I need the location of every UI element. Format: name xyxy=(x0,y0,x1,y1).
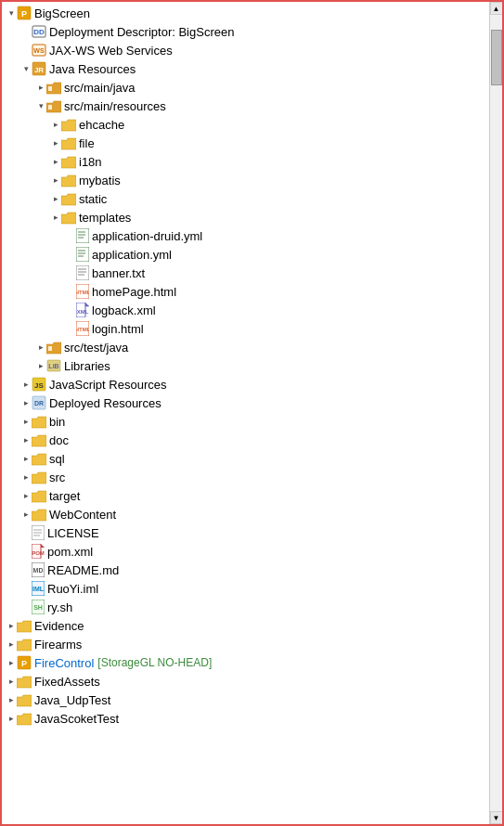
tree-item-src[interactable]: ▸ src xyxy=(2,468,502,486)
tree-item-webcontent[interactable]: ▸ WebContent xyxy=(2,505,502,523)
tree-item-ruoyi-iml[interactable]: IML RuoYi.iml xyxy=(2,579,502,598)
tree-item-i18n[interactable]: ▸ i18n xyxy=(2,152,502,171)
arrow-collapsed[interactable]: ▸ xyxy=(6,694,17,705)
tree-item-banner-txt[interactable]: banner.txt xyxy=(2,264,502,282)
tree-item-label: i18n xyxy=(79,155,102,169)
arrow-collapsed[interactable]: ▸ xyxy=(20,397,32,408)
tree-item-label: Java Resources xyxy=(49,62,136,76)
arrow-collapsed[interactable]: ▸ xyxy=(20,434,32,445)
arrow-collapsed[interactable]: ▸ xyxy=(50,137,61,148)
arrow-collapsed[interactable]: ▸ xyxy=(20,490,32,501)
arrow-collapsed[interactable]: ▸ xyxy=(50,174,61,186)
tree-item-label: templates xyxy=(79,211,131,225)
tree-item-label: src/test/java xyxy=(64,341,128,355)
tree-item-readme-md[interactable]: MD README.md xyxy=(2,561,502,579)
tree-item-ehcache[interactable]: ▸ ehcache xyxy=(2,115,502,134)
tree-item-mybatis[interactable]: ▸ mybatis xyxy=(2,171,502,189)
svg-text:HTML: HTML xyxy=(76,327,89,332)
svg-marker-25 xyxy=(85,303,89,306)
arrow-expanded[interactable]: ▾ xyxy=(6,7,17,19)
arrow-collapsed[interactable]: ▸ xyxy=(20,471,32,483)
svg-text:HTML: HTML xyxy=(76,290,89,295)
tree-item-label: mybatis xyxy=(79,174,121,187)
scroll-down-arrow[interactable]: ▼ xyxy=(490,811,503,824)
arrow-collapsed[interactable]: ▸ xyxy=(50,156,61,167)
tree-item-logback-xml[interactable]: XML logback.xml xyxy=(2,301,502,319)
svg-text:IML: IML xyxy=(32,586,45,592)
arrow-collapsed[interactable]: ▸ xyxy=(6,676,17,687)
tree-item-static[interactable]: ▸ static xyxy=(2,189,502,208)
scrollbar-thumb[interactable] xyxy=(491,30,502,85)
tree-item-label: bin xyxy=(49,415,65,429)
arrow-collapsed[interactable]: ▸ xyxy=(20,379,32,390)
arrow-expanded[interactable]: ▾ xyxy=(35,100,46,111)
tree-item-label: Firearms xyxy=(34,638,82,652)
tree-item-deployed-resources[interactable]: ▸ DR Deployed Resources xyxy=(2,394,502,412)
tree-item-application-yml[interactable]: application.yml xyxy=(2,245,502,264)
tree-item-label: banner.txt xyxy=(92,266,145,280)
tree-item-jax-ws[interactable]: WS JAX-WS Web Services xyxy=(2,41,502,59)
tree-item-label: RuoYi.iml xyxy=(47,582,98,596)
arrow-collapsed[interactable]: ▸ xyxy=(20,453,32,464)
tree-item-javascript-resources[interactable]: ▸ JS JavaScript Resources xyxy=(2,375,502,394)
tree-item-label: application-druid.yml xyxy=(92,229,202,243)
tree-item-sql[interactable]: ▸ sql xyxy=(2,449,502,468)
tree-item-label: LICENSE xyxy=(47,526,99,540)
tree-item-label: ry.sh xyxy=(47,600,72,614)
arrow-collapsed[interactable]: ▸ xyxy=(6,639,17,650)
tree-item-homepage-html[interactable]: HTML homePage.html xyxy=(2,282,502,301)
tree-item-firearms[interactable]: ▸ Firearms xyxy=(2,635,502,653)
tree-item-bigscreen[interactable]: ▾ P BigScreen xyxy=(2,4,502,22)
arrow-collapsed[interactable]: ▸ xyxy=(50,193,61,204)
arrow-collapsed[interactable]: ▸ xyxy=(6,713,17,724)
tree-item-evidence[interactable]: ▸ Evidence xyxy=(2,616,502,635)
arrow-collapsed[interactable]: ▸ xyxy=(6,620,17,631)
tree-item-ry-sh[interactable]: SH ry.sh xyxy=(2,598,502,616)
tree-item-label: file xyxy=(79,136,95,150)
tree-item-application-druid-yml[interactable]: application-druid.yml xyxy=(2,226,502,245)
tree-item-deployment-descriptor[interactable]: DD Deployment Descriptor: BigScreen xyxy=(2,22,502,41)
tree-item-label: Evidence xyxy=(34,619,84,633)
tree-item-src-test-java[interactable]: ▸ src/test/java xyxy=(2,338,502,356)
svg-rect-31 xyxy=(48,346,52,351)
tree-item-doc[interactable]: ▸ doc xyxy=(2,431,502,449)
tree-item-label: Deployment Descriptor: BigScreen xyxy=(49,25,234,39)
tree-item-fixedassets[interactable]: ▸ FixedAssets xyxy=(2,672,502,690)
tree-item-java-udptest[interactable]: ▸ Java_UdpTest xyxy=(2,690,502,709)
svg-text:LIB: LIB xyxy=(48,363,58,369)
tree-item-firecontrol[interactable]: ▸ P FireControl [StorageGL NO-HEAD] xyxy=(2,653,502,672)
arrow-collapsed[interactable]: ▸ xyxy=(35,82,46,93)
svg-rect-9 xyxy=(48,105,52,110)
tree-item-javasockettest[interactable]: ▸ JavaScoketTest xyxy=(2,709,502,728)
tree-item-target[interactable]: ▸ target xyxy=(2,486,502,505)
arrow-collapsed[interactable]: ▸ xyxy=(50,212,61,223)
svg-rect-18 xyxy=(76,265,89,280)
arrow-collapsed[interactable]: ▸ xyxy=(35,342,46,353)
tree-item-file[interactable]: ▸ file xyxy=(2,134,502,152)
svg-text:DD: DD xyxy=(33,28,45,36)
arrow-expanded[interactable]: ▾ xyxy=(20,63,32,74)
arrow-collapsed[interactable]: ▸ xyxy=(6,657,17,668)
tree-item-license[interactable]: LICENSE xyxy=(2,523,502,542)
arrow-collapsed[interactable]: ▸ xyxy=(20,416,32,427)
tree-item-label: src xyxy=(49,471,65,484)
svg-text:P: P xyxy=(21,9,27,19)
tree-item-label: doc xyxy=(49,433,69,447)
arrow-collapsed[interactable]: ▸ xyxy=(35,360,46,371)
tree-item-src-main-java[interactable]: ▸ src/main/java xyxy=(2,78,502,97)
tree-item-label: BigScreen xyxy=(34,6,90,20)
tree-item-label: sql xyxy=(49,452,65,466)
tree-item-src-main-resources[interactable]: ▾ src/main/resources xyxy=(2,97,502,115)
tree-item-libraries[interactable]: ▸ LIB Libraries xyxy=(2,356,502,375)
tree-item-java-resources[interactable]: ▾ JR Java Resources xyxy=(2,59,502,78)
tree-item-pom-xml[interactable]: POM pom.xml xyxy=(2,542,502,561)
tree-item-templates[interactable]: ▸ templates xyxy=(2,208,502,226)
tree-item-bin[interactable]: ▸ bin xyxy=(2,412,502,431)
svg-text:WS: WS xyxy=(33,47,45,54)
tree-content: ▾ P BigScreen DD Deployment Descriptor: … xyxy=(2,2,502,824)
arrow-collapsed[interactable]: ▸ xyxy=(50,119,61,130)
arrow-collapsed[interactable]: ▸ xyxy=(20,509,32,520)
scrollbar[interactable]: ▲ ▼ xyxy=(489,2,502,824)
scroll-up-arrow[interactable]: ▲ xyxy=(490,2,503,15)
tree-item-login-html[interactable]: HTML login.html xyxy=(2,319,502,338)
